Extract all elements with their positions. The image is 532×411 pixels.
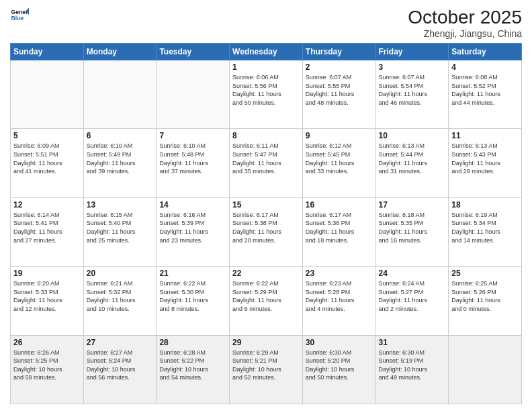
day-number: 27 xyxy=(87,338,154,347)
header-sunday: Sunday xyxy=(11,44,84,60)
header-wednesday: Wednesday xyxy=(230,44,303,60)
table-row: 24Sunrise: 6:24 AM Sunset: 5:27 PM Dayli… xyxy=(375,267,449,335)
day-info: Sunrise: 6:21 AM Sunset: 5:32 PM Dayligh… xyxy=(87,279,154,313)
table-row: 17Sunrise: 6:18 AM Sunset: 5:35 PM Dayli… xyxy=(375,197,449,266)
calendar-week-row: 19Sunrise: 6:20 AM Sunset: 5:33 PM Dayli… xyxy=(11,267,522,335)
table-row: 5Sunrise: 6:09 AM Sunset: 5:51 PM Daylig… xyxy=(11,129,84,197)
day-number: 7 xyxy=(159,131,226,140)
calendar-week-row: 1Sunrise: 6:06 AM Sunset: 5:56 PM Daylig… xyxy=(11,60,522,129)
day-number: 29 xyxy=(232,338,300,347)
table-row: 1Sunrise: 6:06 AM Sunset: 5:56 PM Daylig… xyxy=(230,60,303,129)
table-row: 28Sunrise: 6:28 AM Sunset: 5:22 PM Dayli… xyxy=(157,335,230,404)
table-row: 18Sunrise: 6:19 AM Sunset: 5:34 PM Dayli… xyxy=(449,197,522,266)
table-row xyxy=(83,60,157,129)
table-row xyxy=(449,335,522,404)
day-info: Sunrise: 6:25 AM Sunset: 5:26 PM Dayligh… xyxy=(451,279,519,313)
day-number: 10 xyxy=(379,131,446,140)
day-info: Sunrise: 6:06 AM Sunset: 5:56 PM Dayligh… xyxy=(232,73,300,107)
day-info: Sunrise: 6:29 AM Sunset: 5:21 PM Dayligh… xyxy=(232,349,300,382)
day-info: Sunrise: 6:22 AM Sunset: 5:29 PM Dayligh… xyxy=(232,279,300,313)
day-number: 15 xyxy=(232,200,300,210)
location: Zhengji, Jiangsu, China xyxy=(408,28,522,39)
table-row: 7Sunrise: 6:10 AM Sunset: 5:48 PM Daylig… xyxy=(157,129,230,197)
day-info: Sunrise: 6:23 AM Sunset: 5:28 PM Dayligh… xyxy=(306,279,373,313)
day-info: Sunrise: 6:27 AM Sunset: 5:24 PM Dayligh… xyxy=(87,349,154,382)
day-info: Sunrise: 6:09 AM Sunset: 5:51 PM Dayligh… xyxy=(13,142,81,175)
table-row: 20Sunrise: 6:21 AM Sunset: 5:32 PM Dayli… xyxy=(83,267,157,335)
calendar-week-row: 5Sunrise: 6:09 AM Sunset: 5:51 PM Daylig… xyxy=(11,129,522,197)
day-number: 24 xyxy=(379,269,446,278)
calendar-week-row: 26Sunrise: 6:26 AM Sunset: 5:25 PM Dayli… xyxy=(11,335,522,404)
day-info: Sunrise: 6:08 AM Sunset: 5:52 PM Dayligh… xyxy=(451,73,519,107)
day-number: 14 xyxy=(159,200,226,210)
day-info: Sunrise: 6:26 AM Sunset: 5:25 PM Dayligh… xyxy=(13,349,81,382)
day-info: Sunrise: 6:28 AM Sunset: 5:22 PM Dayligh… xyxy=(159,349,226,382)
day-number: 20 xyxy=(87,269,154,278)
table-row: 25Sunrise: 6:25 AM Sunset: 5:26 PM Dayli… xyxy=(449,267,522,335)
day-info: Sunrise: 6:14 AM Sunset: 5:41 PM Dayligh… xyxy=(13,211,81,244)
day-number: 6 xyxy=(87,131,154,140)
day-info: Sunrise: 6:30 AM Sunset: 5:20 PM Dayligh… xyxy=(306,349,373,382)
day-number: 30 xyxy=(306,338,373,347)
day-number: 17 xyxy=(379,200,446,210)
day-info: Sunrise: 6:17 AM Sunset: 5:38 PM Dayligh… xyxy=(232,211,300,244)
day-info: Sunrise: 6:12 AM Sunset: 5:45 PM Dayligh… xyxy=(306,142,373,175)
day-info: Sunrise: 6:30 AM Sunset: 5:19 PM Dayligh… xyxy=(379,349,446,382)
day-info: Sunrise: 6:22 AM Sunset: 5:30 PM Dayligh… xyxy=(159,279,226,313)
table-row: 15Sunrise: 6:17 AM Sunset: 5:38 PM Dayli… xyxy=(230,197,303,266)
table-row xyxy=(157,60,230,129)
table-row: 8Sunrise: 6:11 AM Sunset: 5:47 PM Daylig… xyxy=(230,129,303,197)
table-row: 19Sunrise: 6:20 AM Sunset: 5:33 PM Dayli… xyxy=(11,267,84,335)
table-row: 6Sunrise: 6:10 AM Sunset: 5:49 PM Daylig… xyxy=(83,129,157,197)
day-number: 21 xyxy=(159,269,226,278)
calendar-week-row: 12Sunrise: 6:14 AM Sunset: 5:41 PM Dayli… xyxy=(11,197,522,266)
day-number: 31 xyxy=(379,338,446,347)
header-tuesday: Tuesday xyxy=(157,44,230,60)
day-number: 9 xyxy=(306,131,373,140)
day-info: Sunrise: 6:07 AM Sunset: 5:55 PM Dayligh… xyxy=(306,73,373,107)
day-number: 19 xyxy=(13,269,81,278)
day-number: 28 xyxy=(159,338,226,347)
day-number: 5 xyxy=(13,131,81,140)
table-row: 13Sunrise: 6:15 AM Sunset: 5:40 PM Dayli… xyxy=(83,197,157,266)
day-number: 1 xyxy=(232,62,300,72)
weekday-header-row: Sunday Monday Tuesday Wednesday Thursday… xyxy=(11,44,522,60)
day-number: 25 xyxy=(451,269,519,278)
table-row: 31Sunrise: 6:30 AM Sunset: 5:19 PM Dayli… xyxy=(375,335,449,404)
header-thursday: Thursday xyxy=(302,44,375,60)
day-number: 18 xyxy=(451,200,519,210)
table-row: 23Sunrise: 6:23 AM Sunset: 5:28 PM Dayli… xyxy=(302,267,375,335)
generalblue-logo-icon: General Blue xyxy=(10,7,29,26)
day-number: 23 xyxy=(306,269,373,278)
day-info: Sunrise: 6:10 AM Sunset: 5:49 PM Dayligh… xyxy=(87,142,154,175)
day-number: 12 xyxy=(13,200,81,210)
day-info: Sunrise: 6:19 AM Sunset: 5:34 PM Dayligh… xyxy=(451,211,519,244)
table-row: 12Sunrise: 6:14 AM Sunset: 5:41 PM Dayli… xyxy=(11,197,84,266)
header-friday: Friday xyxy=(375,44,449,60)
day-number: 2 xyxy=(306,62,373,72)
day-info: Sunrise: 6:15 AM Sunset: 5:40 PM Dayligh… xyxy=(87,211,154,244)
day-info: Sunrise: 6:16 AM Sunset: 5:39 PM Dayligh… xyxy=(159,211,226,244)
day-info: Sunrise: 6:24 AM Sunset: 5:27 PM Dayligh… xyxy=(379,279,446,313)
table-row: 3Sunrise: 6:07 AM Sunset: 5:54 PM Daylig… xyxy=(375,60,449,129)
table-row: 21Sunrise: 6:22 AM Sunset: 5:30 PM Dayli… xyxy=(157,267,230,335)
table-row: 26Sunrise: 6:26 AM Sunset: 5:25 PM Dayli… xyxy=(11,335,84,404)
calendar-table: Sunday Monday Tuesday Wednesday Thursday… xyxy=(10,43,522,404)
header-monday: Monday xyxy=(83,44,157,60)
table-row: 29Sunrise: 6:29 AM Sunset: 5:21 PM Dayli… xyxy=(230,335,303,404)
day-info: Sunrise: 6:11 AM Sunset: 5:47 PM Dayligh… xyxy=(232,142,300,175)
logo: General Blue xyxy=(10,7,29,26)
table-row: 9Sunrise: 6:12 AM Sunset: 5:45 PM Daylig… xyxy=(302,129,375,197)
table-row: 4Sunrise: 6:08 AM Sunset: 5:52 PM Daylig… xyxy=(449,60,522,129)
day-number: 11 xyxy=(451,131,519,140)
day-info: Sunrise: 6:07 AM Sunset: 5:54 PM Dayligh… xyxy=(379,73,446,107)
day-number: 22 xyxy=(232,269,300,278)
table-row: 30Sunrise: 6:30 AM Sunset: 5:20 PM Dayli… xyxy=(302,335,375,404)
day-info: Sunrise: 6:17 AM Sunset: 5:36 PM Dayligh… xyxy=(306,211,373,244)
day-number: 8 xyxy=(232,131,300,140)
title-block: October 2025 Zhengji, Jiangsu, China xyxy=(408,7,522,39)
day-number: 3 xyxy=(379,62,446,72)
table-row: 2Sunrise: 6:07 AM Sunset: 5:55 PM Daylig… xyxy=(302,60,375,129)
day-info: Sunrise: 6:18 AM Sunset: 5:35 PM Dayligh… xyxy=(379,211,446,244)
month-title: October 2025 xyxy=(408,7,522,28)
